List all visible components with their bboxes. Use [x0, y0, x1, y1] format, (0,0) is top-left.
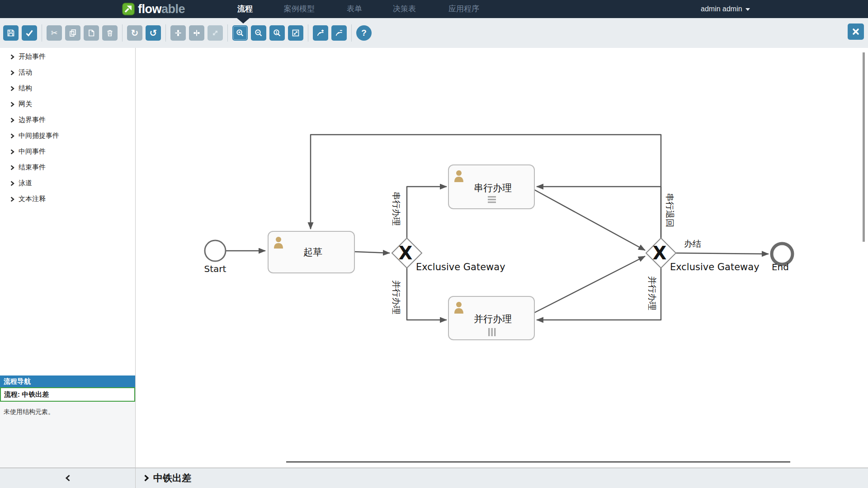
user-task-draft-label: 起草 [303, 247, 322, 258]
zoom-actual-icon: 1 [273, 28, 282, 38]
process-title: 中铁出差 [153, 472, 191, 484]
exclusive-gateway-2[interactable]: X Exclusive Gateway [646, 238, 760, 272]
toolbar-divider [308, 24, 308, 42]
palette-group-gateways[interactable]: 网关 [0, 96, 135, 112]
exclusive-gateway-1-label: Exclusive Gateway [416, 262, 505, 272]
palette-group-boundary-events[interactable]: 边界事件 [0, 112, 135, 128]
palette-group-swimlanes[interactable]: 泳道 [0, 175, 135, 191]
toolbar-divider [122, 24, 123, 42]
horizontal-scrollbar[interactable] [286, 461, 790, 463]
toolbar-divider [165, 24, 166, 42]
align-horizontal-icon [192, 28, 201, 38]
copy-icon [68, 28, 77, 38]
chevron-right-icon [10, 181, 14, 186]
sequential-multi-instance-marker [488, 196, 496, 203]
redo-button[interactable]: ↻ [127, 25, 142, 41]
help-button[interactable]: ? [356, 25, 372, 41]
chevron-right-icon [10, 165, 14, 170]
flow-gateway2-to-end[interactable] [676, 253, 769, 254]
nav-tab-apps[interactable]: 应用程序 [448, 0, 479, 18]
flowable-logo[interactable]: flowable [122, 2, 185, 16]
start-event-label: Start [204, 263, 226, 274]
paste-icon [87, 28, 96, 38]
palette-group-start-events[interactable]: 开始事件 [0, 49, 135, 65]
flow-label-serial-return: 串行退回 [665, 193, 675, 227]
palette-group-intermediate-catching-events[interactable]: 中间捕捉事件 [0, 128, 135, 144]
flow-gateway2-return-to-serial[interactable] [537, 187, 661, 238]
end-event-node[interactable]: End [772, 244, 793, 272]
close-editor-button[interactable] [848, 23, 864, 40]
zoom-out-button[interactable] [251, 25, 266, 41]
flowable-logo-text: flowable [138, 2, 185, 16]
vertical-scrollbar[interactable] [863, 52, 865, 242]
flow-gateway1-to-serial[interactable] [407, 187, 447, 238]
active-tab-caret [237, 18, 250, 23]
palette-group-activities[interactable]: 活动 [0, 65, 135, 80]
sequence-flows[interactable] [226, 135, 769, 320]
palette-group-label: 中间事件 [19, 147, 46, 156]
remove-bendpoint-icon [335, 28, 344, 38]
flow-label-to-parallel: 并行办理 [392, 280, 401, 314]
gateway-x-symbol: X [399, 243, 413, 263]
palette-group-end-events[interactable]: 结束事件 [0, 160, 135, 175]
same-size-button[interactable] [208, 25, 223, 41]
top-navbar: flowable 流程 案例模型 表单 决策表 应用程序 admin admin [0, 0, 868, 18]
toolbar-divider [351, 24, 352, 42]
remove-bendpoint-button[interactable] [331, 25, 347, 41]
palette-group-label: 开始事件 [19, 52, 46, 61]
palette-sidebar: 开始事件 活动 结构 网关 边界事件 中间捕捉事件 [0, 48, 136, 488]
zoom-actual-button[interactable]: 1 [269, 25, 285, 41]
user-task-parallel-label: 并行办理 [474, 314, 512, 324]
user-task-draft[interactable]: 起草 [268, 231, 354, 273]
flow-draft-to-gateway1[interactable] [354, 252, 390, 253]
flow-parallel-to-gateway2[interactable] [534, 256, 645, 313]
delete-button[interactable] [102, 25, 118, 41]
start-event-node[interactable]: Start [204, 240, 226, 274]
palette-group-label: 活动 [19, 68, 32, 77]
nav-tab-processes[interactable]: 流程 [237, 0, 253, 18]
end-event-label: End [772, 262, 789, 272]
user-task-serial[interactable]: 串行办理 [448, 165, 534, 209]
palette-group-label: 泳道 [19, 179, 32, 188]
align-vertical-icon [174, 28, 183, 38]
paste-button[interactable] [84, 25, 99, 41]
chevron-right-icon [10, 86, 14, 91]
flow-gateway1-to-parallel[interactable] [407, 268, 447, 320]
collapse-sidebar-button[interactable] [0, 468, 135, 488]
validate-button[interactable] [22, 25, 37, 41]
scissors-icon: ✂ [51, 29, 57, 37]
palette-group-label: 结构 [19, 84, 32, 93]
palette-group-label: 结束事件 [19, 163, 46, 172]
save-button[interactable] [3, 25, 19, 41]
palette-group-structural[interactable]: 结构 [0, 80, 135, 96]
process-navigator-panel: 流程导航 流程: 中铁出差 未使用结构元素。 [0, 375, 135, 468]
align-vertical-button[interactable] [170, 25, 186, 41]
parallel-multi-instance-marker [488, 328, 495, 336]
zoom-fit-button[interactable] [288, 25, 303, 41]
same-size-icon [211, 28, 220, 38]
save-icon [6, 28, 15, 38]
diagram-canvas[interactable]: 串行办理 并行办理 串行退回 并行办理 办结 Start 起草 [136, 48, 868, 468]
close-icon [851, 27, 860, 36]
nav-tab-case-models[interactable]: 案例模型 [284, 0, 315, 18]
user-dropdown[interactable]: admin admin [701, 0, 750, 18]
undo-button[interactable]: ↺ [146, 25, 161, 41]
svg-text:1: 1 [275, 30, 278, 35]
palette-group-label: 中间捕捉事件 [19, 131, 59, 140]
flow-serial-to-gateway2[interactable] [534, 190, 645, 250]
align-horizontal-button[interactable] [189, 25, 204, 41]
nav-tab-forms[interactable]: 表单 [347, 0, 362, 18]
nav-tab-decision-tables[interactable]: 决策表 [393, 0, 416, 18]
process-navigator-header: 流程导航 [0, 375, 135, 387]
copy-button[interactable] [65, 25, 80, 41]
process-navigator-current[interactable]: 流程: 中铁出差 [0, 387, 135, 402]
cut-button[interactable]: ✂ [47, 25, 62, 41]
exclusive-gateway-1[interactable]: X Exclusive Gateway [392, 238, 505, 272]
zoom-in-button[interactable] [232, 25, 248, 41]
flow-gateway2-return-to-parallel[interactable] [537, 268, 661, 320]
add-bendpoint-button[interactable] [313, 25, 328, 41]
palette-group-text-annotation[interactable]: 文本注释 [0, 191, 135, 207]
palette-group-intermediate-events[interactable]: 中间事件 [0, 144, 135, 160]
process-breadcrumb-bar[interactable]: 中铁出差 [136, 468, 868, 488]
user-task-parallel[interactable]: 并行办理 [448, 296, 534, 340]
